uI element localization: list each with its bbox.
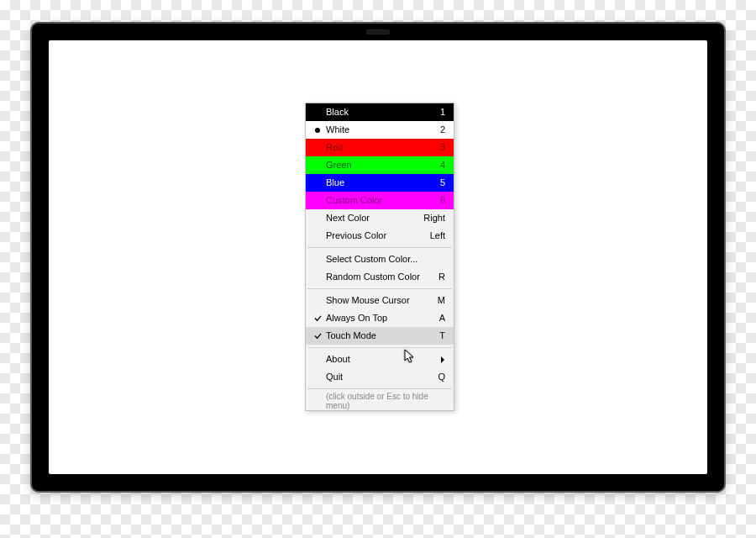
menu-label: Select Custom Color...: [326, 251, 445, 268]
menu-item-random-custom-color[interactable]: Random Custom Color R: [306, 268, 454, 286]
menu-shortcut: 5: [433, 174, 445, 192]
menu-separator: [307, 247, 452, 248]
tablet-camera: [366, 29, 390, 34]
menu-item-color-custom-color[interactable]: Custom Color6: [306, 192, 454, 209]
menu-item-next-color[interactable]: Next Color Right: [306, 209, 454, 227]
menu-item-color-green[interactable]: Green4: [306, 156, 454, 174]
tablet-screen[interactable]: Black1White2Red3Green4Blue5Custom Color6…: [49, 40, 707, 474]
menu-shortcut: 1: [433, 103, 445, 121]
menu-label: Green: [326, 156, 433, 174]
menu-label: Random Custom Color: [326, 268, 432, 286]
menu-separator: [307, 288, 452, 289]
context-menu: Black1White2Red3Green4Blue5Custom Color6…: [305, 103, 454, 411]
menu-label: Previous Color: [326, 227, 423, 245]
submenu-arrow-icon: [433, 356, 445, 363]
menu-label: Touch Mode: [326, 327, 433, 345]
menu-label: Custom Color: [326, 192, 433, 209]
menu-label: Black: [326, 103, 433, 121]
menu-label: Always On Top: [326, 309, 433, 327]
menu-shortcut: Left: [423, 227, 445, 245]
menu-item-touch-mode[interactable]: Touch Mode T: [306, 327, 454, 345]
tablet-frame: Black1White2Red3Green4Blue5Custom Color6…: [32, 24, 724, 491]
menu-shortcut: A: [433, 309, 445, 327]
menu-item-color-red[interactable]: Red3: [306, 139, 454, 156]
menu-label: Red: [326, 139, 433, 156]
menu-label: Quit: [326, 368, 431, 386]
menu-shortcut: T: [433, 327, 445, 345]
menu-item-color-black[interactable]: Black1: [306, 103, 454, 121]
menu-item-color-blue[interactable]: Blue5: [306, 174, 454, 192]
menu-item-about[interactable]: About: [306, 351, 454, 368]
menu-label: Show Mouse Cursor: [326, 292, 431, 309]
menu-item-previous-color[interactable]: Previous Color Left: [306, 227, 454, 245]
menu-hint: (click outside or Esc to hide menu): [306, 392, 454, 410]
menu-label: Blue: [326, 174, 433, 192]
menu-label: Next Color: [326, 209, 417, 227]
menu-item-select-custom-color[interactable]: Select Custom Color...: [306, 251, 454, 268]
menu-shortcut: 2: [433, 121, 445, 139]
menu-label: About: [326, 351, 433, 368]
menu-separator: [307, 388, 452, 389]
menu-label: White: [326, 121, 433, 139]
menu-shortcut: 4: [433, 156, 445, 174]
menu-shortcut: 3: [433, 139, 445, 156]
checkmark-icon: [309, 332, 326, 340]
menu-shortcut: Q: [431, 368, 445, 386]
menu-item-always-on-top[interactable]: Always On Top A: [306, 309, 454, 327]
menu-shortcut: M: [431, 292, 445, 309]
menu-shortcut: Right: [417, 209, 445, 227]
menu-item-quit[interactable]: Quit Q: [306, 368, 454, 386]
selected-dot-icon: [315, 128, 320, 133]
menu-item-color-white[interactable]: White2: [306, 121, 454, 139]
menu-shortcut: 6: [433, 192, 445, 209]
menu-item-show-mouse-cursor[interactable]: Show Mouse Cursor M: [306, 292, 454, 309]
menu-shortcut: R: [432, 268, 445, 286]
checkmark-icon: [309, 314, 326, 322]
menu-separator: [307, 347, 452, 348]
